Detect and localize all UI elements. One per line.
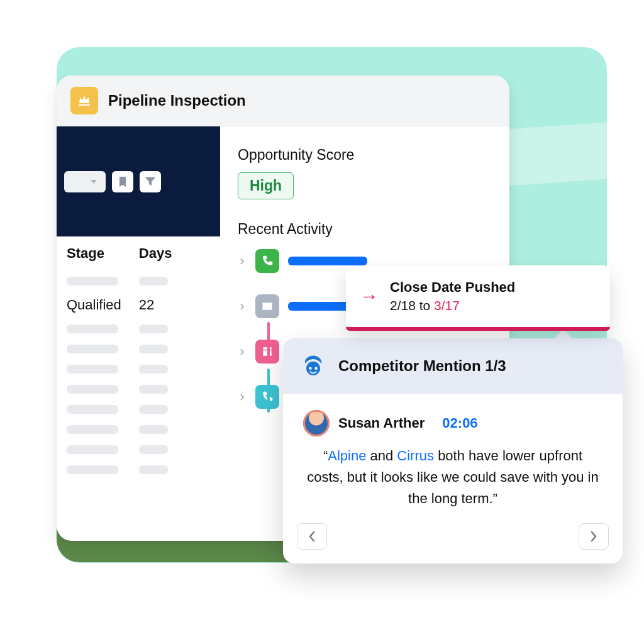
timeline-line: [267, 369, 270, 413]
score-badge: High: [238, 172, 294, 199]
skeleton-cell: [139, 385, 168, 394]
date-from: 2/18: [390, 298, 416, 313]
skeleton-cell: [139, 345, 168, 353]
chevron-right-icon: ›: [238, 253, 247, 269]
page-title: Pipeline Inspection: [108, 92, 246, 109]
skeleton-cell: [139, 277, 168, 286]
quote-text: and: [366, 448, 397, 464]
skeleton-cell: [67, 405, 118, 414]
skeleton-cell: [67, 345, 118, 353]
skeleton-cell: [139, 425, 168, 434]
popup-dates: 2/18 to 3/17: [390, 298, 515, 313]
skeleton-cell: [139, 445, 168, 454]
skeleton-cell: [67, 465, 118, 474]
svg-point-2: [314, 367, 317, 369]
skeleton-cell: [67, 277, 118, 286]
date-to-word: to: [419, 298, 431, 313]
crown-icon: [70, 87, 98, 114]
skeleton-cell: [139, 325, 168, 333]
score-label: Opportunity Score: [238, 147, 492, 164]
activity-bar: [288, 302, 355, 311]
mention-header: Competitor Mention 1/3: [283, 338, 623, 394]
activity-bar: [288, 257, 367, 265]
popup-title: Close Date Pushed: [390, 279, 515, 296]
skeleton-cell: [139, 365, 168, 374]
highlight-word: Alpine: [328, 448, 366, 464]
mention-quote: “Alpine and Cirrus both have lower upfro…: [303, 445, 602, 509]
highlight-word: Cirrus: [397, 448, 434, 464]
app-header: Pipeline Inspection: [57, 75, 509, 126]
prev-button[interactable]: [297, 523, 327, 550]
skeleton-cell: [67, 365, 118, 374]
skeleton-cell: [67, 325, 118, 333]
skeleton-cell: [139, 465, 168, 474]
close-date-popup: → Close Date Pushed 2/18 to 3/17: [346, 265, 610, 327]
view-select[interactable]: [64, 171, 106, 192]
timeline-line: [267, 322, 270, 362]
skeleton-cell: [67, 445, 118, 454]
mail-icon: [255, 294, 279, 318]
phone-icon: [255, 249, 279, 273]
col-days-header: Days: [139, 245, 172, 262]
einstein-icon: [299, 352, 327, 380]
toolbar-dark: [57, 126, 220, 236]
chevron-right-icon: ›: [238, 343, 247, 360]
filter-button[interactable]: [140, 171, 161, 192]
cell-days: 22: [139, 297, 172, 313]
chevron-right-icon: ›: [238, 298, 247, 314]
bookmark-button[interactable]: [112, 171, 133, 192]
recent-activity-label: Recent Activity: [238, 221, 492, 238]
mention-title: Competitor Mention 1/3: [338, 357, 506, 375]
cell-stage: Qualified: [67, 297, 121, 313]
stage-table: Stage Qualified Days 22: [57, 236, 220, 474]
author-name: Susan Arther: [338, 415, 425, 431]
skeleton-cell: [67, 385, 118, 394]
next-button[interactable]: [579, 523, 609, 550]
skeleton-cell: [139, 405, 168, 414]
col-stage-header: Stage: [67, 245, 121, 262]
avatar: [303, 410, 330, 436]
competitor-mention-card: Competitor Mention 1/3 Susan Arther 02:0…: [283, 338, 623, 564]
timestamp[interactable]: 02:06: [442, 415, 477, 431]
svg-point-1: [309, 367, 311, 369]
arrow-right-icon: →: [360, 286, 379, 307]
skeleton-cell: [67, 425, 118, 434]
chevron-right-icon: ›: [238, 389, 247, 405]
date-to: 3/17: [434, 298, 460, 313]
